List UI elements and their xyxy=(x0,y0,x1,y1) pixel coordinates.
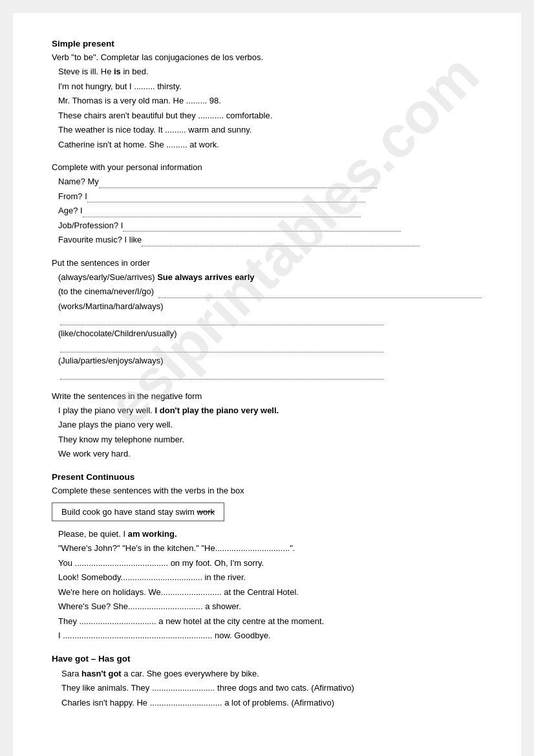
list-item: They know my telephone number. xyxy=(58,433,482,446)
have-got-section: Have got – Has got Sara hasn't got a car… xyxy=(52,654,482,709)
list-item: From? I xyxy=(58,190,482,203)
list-item: (to the cinema/never/I/go) xyxy=(58,285,482,298)
sentences-order-list: (always/early/Sue/arrives) Sue always ar… xyxy=(52,271,482,380)
list-item: (always/early/Sue/arrives) Sue always ar… xyxy=(58,271,482,284)
list-item: (Julia/parties/enjoys/always) xyxy=(58,354,482,380)
negative-form-list: I play the piano very well. I don't play… xyxy=(52,404,482,460)
bold-text: hasn't got xyxy=(81,669,122,678)
sentences-order-instruction: Put the sentences in order xyxy=(52,258,482,268)
have-got-list: Sara hasn't got a car. She goes everywhe… xyxy=(52,667,482,709)
present-continuous-title: Present Continuous xyxy=(52,472,482,482)
personal-info-section: Complete with your personal information … xyxy=(52,162,482,246)
list-item: Mr. Thomas is a very old man. He .......… xyxy=(58,94,482,107)
list-item: (works/Martina/hard/always) xyxy=(58,300,482,325)
personal-info-list: Name? My From? I Age? I Job/Profession? … xyxy=(52,175,482,246)
strikethrough-text: work xyxy=(197,507,215,517)
list-item: I play the piano very well. I don't play… xyxy=(58,404,482,417)
negative-form-instruction: Write the sentences in the negative form xyxy=(52,391,482,401)
list-item: Catherine isn't at home. She ......... a… xyxy=(58,138,482,151)
list-item: Jane plays the piano very well. xyxy=(58,418,482,431)
present-continuous-section: Present Continuous Complete these senten… xyxy=(52,472,482,642)
list-item: I ......................................… xyxy=(58,629,482,642)
page: eslprintables.com Simple present Verb "t… xyxy=(13,13,521,756)
list-item: "Where's John?" "He's in the kitchen." "… xyxy=(58,542,482,555)
list-item: Name? My xyxy=(58,175,482,188)
list-item: Favourite music? I like xyxy=(58,233,482,246)
list-item: These chairs aren't beautiful but they .… xyxy=(58,109,482,122)
present-continuous-list: Please, be quiet. I am working. "Where's… xyxy=(52,528,482,642)
verb-to-be-section: Verb "to be". Completar las conjugacione… xyxy=(52,52,482,151)
bold-text: am working. xyxy=(128,529,177,539)
list-item: You ....................................… xyxy=(58,557,482,570)
present-continuous-instruction: Complete these sentences with the verbs … xyxy=(52,486,482,495)
verb-to-be-instruction: Verb "to be". Completar las conjugacione… xyxy=(52,52,482,62)
list-item: They like animals. They ................… xyxy=(61,682,482,695)
list-item: Age? I xyxy=(58,204,482,217)
negative-form-section: Write the sentences in the negative form… xyxy=(52,391,482,460)
list-item: (like/chocolate/Children/usually) xyxy=(58,327,482,352)
verb-to-be-list: Steve is ill. He is in bed. I'm not hung… xyxy=(52,65,482,151)
list-item: Look! Somebody..........................… xyxy=(58,571,482,584)
verb-box: Build cook go have stand stay swim work xyxy=(52,502,224,521)
list-item: They ................................. a… xyxy=(58,615,482,628)
list-item: Where's Sue? She........................… xyxy=(58,600,482,613)
bold-text: Sue always arrives early xyxy=(157,272,254,282)
list-item: Job/Profession? I xyxy=(58,219,482,232)
list-item: We're here on holidays. We..............… xyxy=(58,586,482,599)
simple-present-section: Simple present Verb "to be". Completar l… xyxy=(52,39,482,460)
list-item: Steve is ill. He is in bed. xyxy=(58,65,482,78)
bold-text: is xyxy=(114,67,121,76)
list-item: We work very hard. xyxy=(58,448,482,460)
list-item: Charles isn't happy. He ................… xyxy=(61,697,482,709)
simple-present-title: Simple present xyxy=(52,39,482,49)
have-got-title: Have got – Has got xyxy=(52,654,482,664)
sentences-order-section: Put the sentences in order (always/early… xyxy=(52,258,482,380)
list-item: I'm not hungry, but I ......... thirsty. xyxy=(58,80,482,93)
personal-info-instruction: Complete with your personal information xyxy=(52,162,482,172)
list-item: The weather is nice today. It ......... … xyxy=(58,124,482,136)
list-item: Sara hasn't got a car. She goes everywhe… xyxy=(61,667,482,680)
list-item: Please, be quiet. I am working. xyxy=(58,528,482,541)
bold-text: I don't play the piano very well. xyxy=(155,405,279,415)
